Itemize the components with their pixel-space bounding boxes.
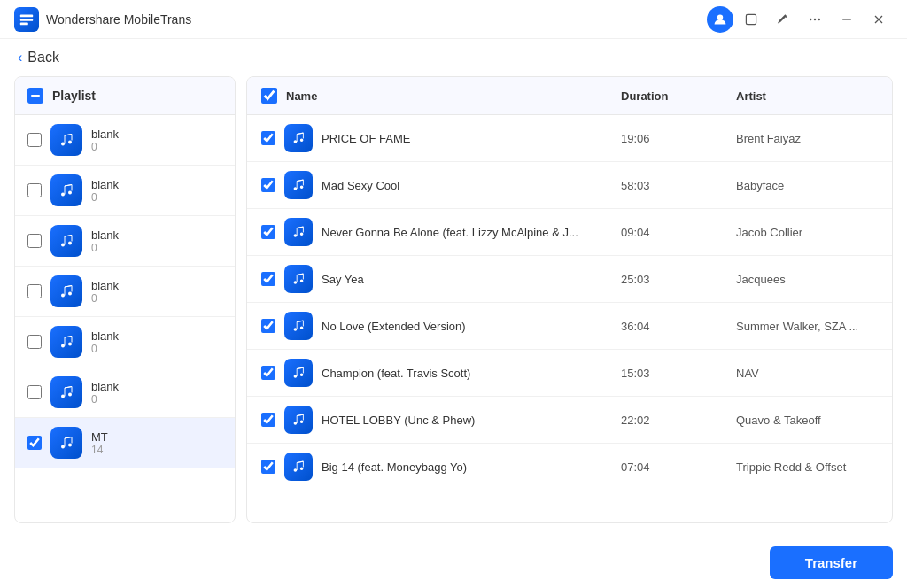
table-row-checkbox[interactable]	[261, 366, 275, 380]
main-area: Name Duration Artist PRICE OF FAME 19:06…	[246, 76, 893, 523]
row-music-icon	[284, 218, 313, 246]
titlebar: Wondershare MobileTrans	[0, 0, 907, 39]
svg-line-19	[297, 180, 303, 181]
table-row-checkbox[interactable]	[261, 131, 275, 145]
sidebar-item-count: 0	[91, 141, 119, 153]
sidebar-item[interactable]: blank 0	[15, 115, 235, 166]
sidebar-item-count: 0	[91, 191, 119, 204]
row-duration: 25:03	[621, 273, 727, 286]
sidebar-item-name: blank	[91, 279, 119, 292]
sidebar-header-label: Playlist	[52, 89, 96, 103]
row-artist: NAV	[736, 367, 878, 380]
svg-line-25	[297, 461, 303, 462]
back-nav[interactable]: ‹ Back	[0, 39, 907, 76]
footer: Transfer	[0, 538, 907, 588]
svg-point-3	[717, 14, 723, 19]
table-row-checkbox[interactable]	[261, 319, 275, 333]
sidebar-item-info: blank 0	[91, 279, 119, 305]
row-duration: 07:04	[621, 460, 727, 474]
table-row[interactable]: HOTEL LOBBY (Unc & Phew) 22:02 Quavo & T…	[247, 397, 892, 444]
sidebar-item-checkbox[interactable]	[27, 436, 42, 450]
svg-point-6	[814, 18, 816, 19]
table-row[interactable]: Mad Sexy Cool 58:03 Babyface	[247, 162, 892, 209]
svg-line-15	[65, 337, 72, 338]
row-music-icon	[284, 406, 313, 434]
table-body: PRICE OF FAME 19:06 Brent Faiyaz Mad Sex…	[247, 115, 892, 522]
sidebar-item-name: blank	[91, 178, 119, 191]
svg-rect-0	[20, 14, 33, 17]
sidebar-item-checkbox[interactable]	[27, 234, 42, 248]
menu-button[interactable]	[801, 5, 829, 34]
sidebar-item-checkbox[interactable]	[27, 183, 42, 197]
titlebar-controls	[707, 5, 893, 34]
sidebar-item-checkbox[interactable]	[27, 284, 42, 298]
col-duration-header: Duration	[621, 89, 727, 103]
table-row[interactable]: Champion (feat. Travis Scott) 15:03 NAV	[247, 350, 892, 397]
table-row[interactable]: Say Yea 25:03 Jacquees	[247, 256, 892, 303]
col-artist-header: Artist	[736, 89, 878, 103]
back-arrow-icon: ‹	[18, 50, 22, 66]
table-row-checkbox[interactable]	[261, 272, 275, 286]
row-artist: Trippie Redd & Offset	[736, 460, 878, 474]
sidebar-item-name: MT	[91, 430, 108, 444]
sidebar-item-checkbox[interactable]	[27, 335, 42, 349]
table-row[interactable]: PRICE OF FAME 19:06 Brent Faiyaz	[247, 115, 892, 162]
app-title: Wondershare MobileTrans	[46, 12, 191, 27]
table-row[interactable]: Never Gonna Be Alone (feat. Lizzy McAlpi…	[247, 209, 892, 256]
transfer-button[interactable]: Transfer	[770, 546, 893, 579]
sidebar-item[interactable]: MT 14	[15, 418, 235, 468]
row-artist: Babyface	[736, 179, 878, 192]
row-music-icon	[284, 312, 313, 340]
sidebar-item[interactable]: blank 0	[15, 216, 235, 267]
sidebar-item-icon	[50, 326, 82, 358]
edit-button[interactable]	[769, 5, 797, 34]
back-label: Back	[27, 50, 59, 66]
sidebar-item-count: 0	[91, 393, 119, 406]
row-artist: Summer Walker, SZA ...	[736, 320, 878, 333]
table-row-checkbox[interactable]	[261, 225, 275, 239]
svg-point-7	[818, 18, 820, 19]
row-artist: Jacob Collier	[736, 226, 878, 239]
row-song-name: Never Gonna Be Alone (feat. Lizzy McAlpi…	[322, 226, 612, 239]
svg-line-22	[297, 321, 303, 321]
sidebar-item-info: blank 0	[91, 178, 119, 204]
sidebar-item[interactable]: blank 0	[15, 166, 235, 216]
sidebar-item-info: blank 0	[91, 228, 119, 254]
sidebar-item-icon	[50, 225, 82, 257]
sidebar-item-checkbox[interactable]	[27, 133, 42, 147]
row-duration: 22:02	[621, 414, 727, 427]
sidebar-item-icon	[50, 174, 82, 206]
close-button[interactable]	[864, 5, 893, 34]
table-row[interactable]: No Love (Extended Version) 36:04 Summer …	[247, 303, 892, 350]
table-row[interactable]: Big 14 (feat. Moneybagg Yo) 07:04 Trippi…	[247, 444, 892, 490]
svg-rect-4	[746, 14, 756, 24]
col-name-header: Name	[286, 89, 612, 103]
row-duration: 36:04	[621, 320, 727, 333]
minimize-button[interactable]	[833, 5, 861, 34]
sidebar-item-count: 14	[91, 444, 108, 456]
row-song-name: PRICE OF FAME	[322, 132, 612, 145]
row-song-name: Mad Sexy Cool	[322, 179, 612, 192]
table-row-checkbox[interactable]	[261, 413, 275, 427]
table-select-all-checkbox[interactable]	[261, 88, 277, 104]
sidebar-item-info: MT 14	[91, 430, 108, 456]
sidebar-item-icon	[50, 376, 82, 408]
sidebar-item-checkbox[interactable]	[27, 385, 42, 399]
sidebar-select-all-checkbox[interactable]	[27, 88, 43, 104]
sidebar-item-icon	[50, 427, 82, 459]
row-music-icon	[284, 265, 313, 293]
svg-line-14	[65, 286, 72, 288]
sidebar-item[interactable]: blank 0	[15, 317, 235, 368]
sidebar-item[interactable]: blank 0	[15, 368, 235, 418]
table-row-checkbox[interactable]	[261, 460, 275, 474]
sidebar-item[interactable]: blank 0	[15, 267, 235, 317]
row-song-name: HOTEL LOBBY (Unc & Phew)	[322, 414, 612, 427]
svg-rect-2	[20, 22, 28, 25]
table-row-checkbox[interactable]	[261, 178, 275, 192]
app-icon	[14, 7, 39, 32]
row-duration: 15:03	[621, 367, 727, 380]
row-song-name: Say Yea	[322, 273, 612, 286]
content-area: Playlist blank 0 blank 0	[0, 76, 907, 538]
window-button[interactable]	[737, 5, 765, 34]
profile-button[interactable]	[707, 6, 733, 33]
